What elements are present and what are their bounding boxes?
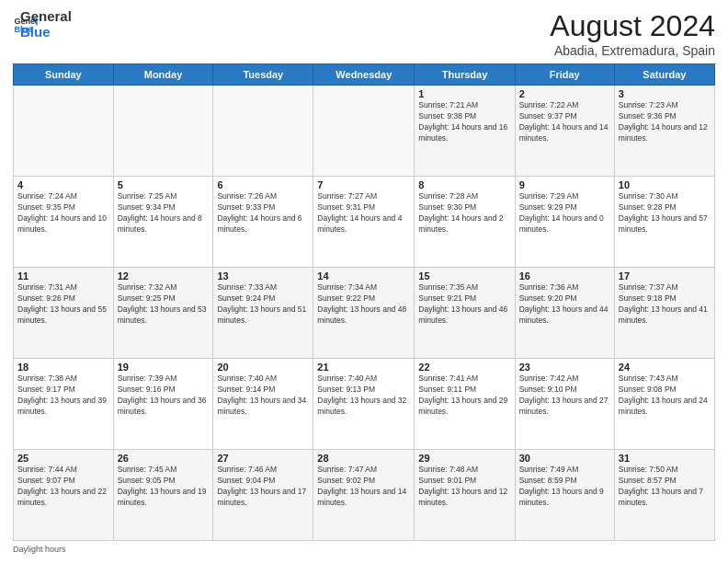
day-info: Sunrise: 7:28 AMSunset: 9:30 PMDaylight:…: [418, 191, 510, 236]
day-number: 21: [317, 362, 410, 373]
day-info: Sunrise: 7:48 AMSunset: 9:01 PMDaylight:…: [418, 465, 510, 509]
footer-note: Daylight hours: [13, 545, 715, 554]
day-number: 12: [118, 270, 210, 282]
calendar-table: SundayMondayTuesdayWednesdayThursdayFrid…: [13, 63, 715, 541]
day-cell: 18Sunrise: 7:38 AMSunset: 9:17 PMDayligh…: [14, 359, 114, 450]
day-info: Sunrise: 7:49 AMSunset: 8:59 PMDaylight:…: [519, 465, 610, 509]
day-cell: 1Sunrise: 7:21 AMSunset: 9:38 PMDaylight…: [415, 86, 515, 177]
day-info: Sunrise: 7:47 AMSunset: 9:02 PMDaylight:…: [317, 465, 410, 509]
day-cell: [313, 86, 415, 177]
day-cell: 20Sunrise: 7:40 AMSunset: 9:14 PMDayligh…: [213, 359, 313, 450]
day-cell: [14, 86, 114, 177]
weekday-header-tuesday: Tuesday: [213, 64, 313, 86]
day-number: 1: [418, 88, 510, 99]
day-cell: 4Sunrise: 7:24 AMSunset: 9:35 PMDaylight…: [14, 177, 114, 268]
day-cell: 14Sunrise: 7:34 AMSunset: 9:22 PMDayligh…: [313, 268, 415, 359]
weekday-header-monday: Monday: [113, 64, 213, 86]
day-info: Sunrise: 7:37 AMSunset: 9:18 PMDaylight:…: [619, 282, 711, 327]
day-info: Sunrise: 7:30 AMSunset: 9:28 PMDaylight:…: [619, 191, 711, 236]
day-number: 13: [217, 270, 309, 282]
day-info: Sunrise: 7:35 AMSunset: 9:21 PMDaylight:…: [418, 282, 510, 327]
day-info: Sunrise: 7:40 AMSunset: 9:13 PMDaylight:…: [317, 373, 410, 418]
day-cell: 21Sunrise: 7:40 AMSunset: 9:13 PMDayligh…: [313, 359, 415, 450]
day-number: 3: [619, 88, 711, 99]
weekday-header-sunday: Sunday: [14, 64, 114, 86]
day-cell: 26Sunrise: 7:45 AMSunset: 9:05 PMDayligh…: [113, 450, 213, 541]
day-number: 25: [17, 453, 109, 464]
day-cell: 31Sunrise: 7:50 AMSunset: 8:57 PMDayligh…: [614, 450, 714, 541]
day-info: Sunrise: 7:46 AMSunset: 9:04 PMDaylight:…: [217, 465, 309, 509]
day-cell: 25Sunrise: 7:44 AMSunset: 9:07 PMDayligh…: [14, 450, 114, 541]
day-number: 20: [217, 362, 309, 373]
weekday-header-wednesday: Wednesday: [313, 64, 415, 86]
day-number: 29: [418, 453, 510, 464]
day-number: 16: [519, 270, 610, 282]
day-cell: 30Sunrise: 7:49 AMSunset: 8:59 PMDayligh…: [515, 450, 614, 541]
day-cell: [213, 86, 313, 177]
day-number: 9: [519, 179, 610, 190]
day-info: Sunrise: 7:31 AMSunset: 9:26 PMDaylight:…: [17, 282, 109, 327]
weekday-header-thursday: Thursday: [415, 64, 515, 86]
day-number: 8: [418, 179, 510, 190]
day-cell: [113, 86, 213, 177]
day-info: Sunrise: 7:29 AMSunset: 9:29 PMDaylight:…: [519, 191, 610, 236]
day-number: 19: [118, 362, 210, 373]
weekday-header-saturday: Saturday: [614, 64, 714, 86]
day-info: Sunrise: 7:24 AMSunset: 9:35 PMDaylight:…: [17, 191, 109, 236]
day-cell: 24Sunrise: 7:43 AMSunset: 9:08 PMDayligh…: [614, 359, 714, 450]
week-row-1: 1Sunrise: 7:21 AMSunset: 9:38 PMDaylight…: [14, 86, 715, 177]
day-number: 14: [317, 270, 410, 282]
day-info: Sunrise: 7:21 AMSunset: 9:38 PMDaylight:…: [418, 100, 510, 144]
day-number: 11: [17, 270, 109, 282]
logo-general-text: General: [20, 9, 72, 25]
day-cell: 22Sunrise: 7:41 AMSunset: 9:11 PMDayligh…: [415, 359, 515, 450]
day-cell: 7Sunrise: 7:27 AMSunset: 9:31 PMDaylight…: [313, 177, 415, 268]
day-cell: 2Sunrise: 7:22 AMSunset: 9:37 PMDaylight…: [515, 86, 614, 177]
day-cell: 9Sunrise: 7:29 AMSunset: 9:29 PMDaylight…: [515, 177, 614, 268]
day-info: Sunrise: 7:43 AMSunset: 9:08 PMDaylight:…: [619, 373, 711, 418]
week-row-4: 18Sunrise: 7:38 AMSunset: 9:17 PMDayligh…: [14, 359, 715, 450]
day-cell: 29Sunrise: 7:48 AMSunset: 9:01 PMDayligh…: [415, 450, 515, 541]
day-number: 30: [519, 453, 610, 464]
day-info: Sunrise: 7:27 AMSunset: 9:31 PMDaylight:…: [317, 191, 410, 236]
day-cell: 17Sunrise: 7:37 AMSunset: 9:18 PMDayligh…: [614, 268, 714, 359]
day-info: Sunrise: 7:23 AMSunset: 9:36 PMDaylight:…: [619, 100, 711, 144]
day-cell: 13Sunrise: 7:33 AMSunset: 9:24 PMDayligh…: [213, 268, 313, 359]
logo-blue-text: Blue: [20, 25, 72, 40]
day-info: Sunrise: 7:39 AMSunset: 9:16 PMDaylight:…: [118, 373, 210, 418]
day-number: 6: [217, 179, 309, 190]
day-info: Sunrise: 7:38 AMSunset: 9:17 PMDaylight:…: [17, 373, 109, 418]
day-cell: 12Sunrise: 7:32 AMSunset: 9:25 PMDayligh…: [113, 268, 213, 359]
day-number: 27: [217, 453, 309, 464]
logo: General Blue General Blue: [13, 9, 72, 40]
day-cell: 6Sunrise: 7:26 AMSunset: 9:33 PMDaylight…: [213, 177, 313, 268]
day-number: 10: [619, 179, 711, 190]
day-info: Sunrise: 7:44 AMSunset: 9:07 PMDaylight:…: [17, 465, 109, 509]
day-info: Sunrise: 7:25 AMSunset: 9:34 PMDaylight:…: [118, 191, 210, 236]
day-info: Sunrise: 7:41 AMSunset: 9:11 PMDaylight:…: [418, 373, 510, 418]
day-info: Sunrise: 7:42 AMSunset: 9:10 PMDaylight:…: [519, 373, 610, 418]
day-info: Sunrise: 7:36 AMSunset: 9:20 PMDaylight:…: [519, 282, 610, 327]
day-cell: 5Sunrise: 7:25 AMSunset: 9:34 PMDaylight…: [113, 177, 213, 268]
day-info: Sunrise: 7:34 AMSunset: 9:22 PMDaylight:…: [317, 282, 410, 327]
day-cell: 28Sunrise: 7:47 AMSunset: 9:02 PMDayligh…: [313, 450, 415, 541]
day-info: Sunrise: 7:22 AMSunset: 9:37 PMDaylight:…: [519, 100, 610, 144]
day-cell: 8Sunrise: 7:28 AMSunset: 9:30 PMDaylight…: [415, 177, 515, 268]
day-cell: 10Sunrise: 7:30 AMSunset: 9:28 PMDayligh…: [614, 177, 714, 268]
month-year: August 2024: [550, 9, 715, 43]
day-info: Sunrise: 7:40 AMSunset: 9:14 PMDaylight:…: [217, 373, 309, 418]
day-number: 5: [118, 179, 210, 190]
day-info: Sunrise: 7:45 AMSunset: 9:05 PMDaylight:…: [118, 465, 210, 509]
day-number: 18: [17, 362, 109, 373]
day-number: 2: [519, 88, 610, 99]
day-cell: 19Sunrise: 7:39 AMSunset: 9:16 PMDayligh…: [113, 359, 213, 450]
week-row-2: 4Sunrise: 7:24 AMSunset: 9:35 PMDaylight…: [14, 177, 715, 268]
weekday-header-friday: Friday: [515, 64, 614, 86]
weekday-header-row: SundayMondayTuesdayWednesdayThursdayFrid…: [14, 64, 715, 86]
day-number: 17: [619, 270, 711, 282]
day-number: 28: [317, 453, 410, 464]
day-info: Sunrise: 7:50 AMSunset: 8:57 PMDaylight:…: [619, 465, 711, 509]
day-number: 24: [619, 362, 711, 373]
day-number: 23: [519, 362, 610, 373]
header: General Blue General Blue August 2024 Ab…: [13, 9, 715, 58]
